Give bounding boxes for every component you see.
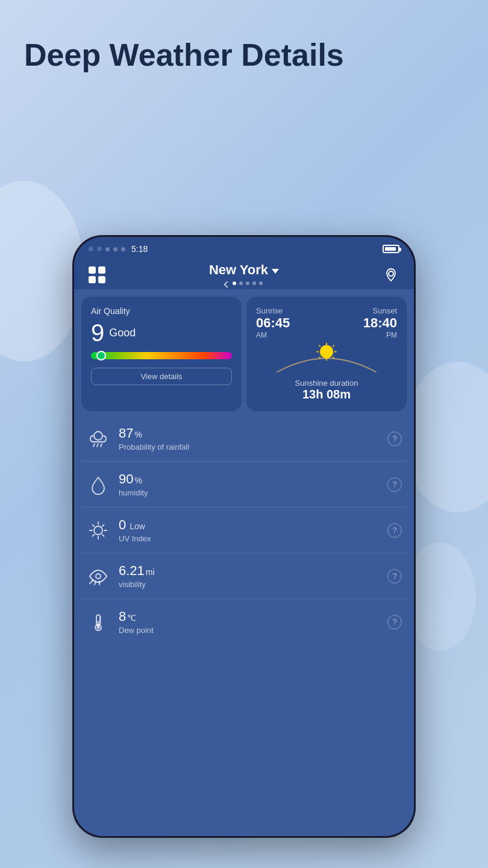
app-header: New York (74, 257, 414, 289)
location-svg-icon (384, 268, 398, 282)
dew-value: 8 (119, 609, 126, 624)
svg-point-1 (320, 345, 333, 359)
svg-point-23 (96, 574, 101, 579)
page-title: Deep Weather Details (24, 36, 344, 74)
status-left: 5:18 (89, 244, 148, 254)
visibility-text: 6.21 mi visibility (119, 563, 387, 589)
rainfall-label: Probability of rainfall (119, 442, 387, 451)
sunrise-ampm: AM (256, 331, 290, 339)
dew-text: 8 ℃ Dew point (119, 609, 387, 635)
page-dot-3 (246, 281, 249, 285)
sun-arc (256, 342, 397, 375)
humidity-row: 90 % humidity ? (81, 462, 407, 508)
visibility-svg (87, 565, 109, 587)
page-dot-4 (252, 281, 256, 285)
dropdown-arrow-icon (272, 269, 279, 274)
rainfall-value-row: 87 % (119, 426, 387, 441)
humidity-icon (86, 473, 110, 497)
phone-frame: 5:18 New York (72, 235, 416, 838)
uv-icon (86, 518, 110, 542)
location-button[interactable] (383, 266, 399, 283)
uv-help-icon[interactable]: ? (387, 523, 402, 538)
grid-cell-3 (89, 276, 96, 283)
page-dot-2 (239, 281, 243, 285)
phone-screen: 5:18 New York (74, 237, 414, 836)
city-selector[interactable]: New York (209, 262, 279, 287)
sunset-time: 18:40 (363, 315, 397, 331)
status-time: 5:18 (131, 244, 148, 254)
sun-card: Sunrise 06:45 AM Sunset 18:40 PM (246, 297, 407, 411)
uv-value-row: 0 Low (119, 517, 387, 533)
svg-line-19 (93, 524, 95, 526)
signal-dot-4 (113, 247, 117, 251)
svg-line-12 (97, 444, 98, 447)
svg-line-22 (102, 524, 104, 526)
signal-dot-5 (121, 247, 125, 251)
rain-icon (86, 427, 110, 451)
content-area: Air Quality 9 Good View details Sunrise (74, 289, 414, 836)
dew-row: 8 ℃ Dew point ? (81, 599, 407, 644)
uv-svg (87, 520, 109, 541)
svg-line-6 (319, 345, 321, 347)
svg-line-11 (93, 444, 95, 447)
battery-fill (385, 247, 396, 251)
rainfall-text: 87 % Probability of rainfall (119, 426, 387, 451)
uv-label: UV Index (119, 534, 387, 543)
air-quality-bar (91, 352, 232, 359)
air-quality-value-row: 9 Good (91, 321, 232, 345)
city-name-text: New York (209, 262, 268, 278)
signal-dot-2 (97, 247, 102, 251)
visibility-value-row: 6.21 mi (119, 563, 387, 579)
city-name-row: New York (209, 262, 279, 278)
humidity-unit: % (134, 476, 142, 485)
dew-svg (87, 611, 109, 633)
svg-point-0 (389, 271, 393, 276)
dew-icon (86, 610, 110, 634)
metrics-list: 87 % Probability of rainfall ? (74, 416, 414, 644)
status-bar: 5:18 (74, 237, 414, 257)
svg-line-9 (333, 345, 334, 347)
page-dot-1 (233, 281, 236, 285)
grid-cell-4 (98, 276, 105, 283)
battery-icon (383, 245, 399, 253)
svg-line-21 (93, 534, 95, 536)
sunset-block: Sunset 18:40 PM (363, 306, 397, 339)
bg-decoration-right (404, 362, 488, 512)
uv-text: 0 Low UV Index (119, 517, 387, 543)
svg-line-13 (101, 444, 102, 447)
bg-decoration-left (0, 181, 84, 362)
rainfall-help-icon[interactable]: ? (387, 432, 402, 446)
sunset-label: Sunset (363, 306, 397, 315)
sunshine-duration-value: 13h 08m (256, 388, 397, 401)
humidity-svg (87, 474, 109, 495)
menu-icon[interactable] (89, 266, 105, 283)
dew-label: Dew point (119, 626, 387, 635)
humidity-help-icon[interactable]: ? (387, 477, 402, 492)
sunrise-time: 06:45 (256, 315, 290, 331)
grid-cell-1 (89, 266, 96, 274)
air-quality-status: Good (109, 327, 136, 339)
air-quality-number: 9 (91, 321, 104, 345)
sunrise-label: Sunrise (256, 306, 290, 315)
sun-arc-svg (256, 342, 397, 375)
uv-row: 0 Low UV Index ? (81, 508, 407, 553)
svg-point-14 (94, 526, 102, 535)
uv-value: 0 (119, 517, 126, 533)
sunshine-duration-label: Sunshine duration (256, 379, 397, 388)
air-quality-label: Air Quality (91, 306, 232, 316)
visibility-value: 6.21 (119, 563, 145, 579)
humidity-value: 90 (119, 471, 133, 487)
air-quality-indicator (96, 351, 106, 360)
visibility-row: 6.21 mi visibility ? (81, 553, 407, 599)
rain-svg (87, 428, 109, 450)
cards-row: Air Quality 9 Good View details Sunrise (74, 289, 414, 416)
view-details-button[interactable]: View details (91, 368, 232, 385)
humidity-text: 90 % humidity (119, 471, 387, 497)
humidity-value-row: 90 % (119, 471, 387, 487)
visibility-label: visibility (119, 580, 387, 589)
dew-help-icon[interactable]: ? (387, 615, 402, 629)
rainfall-value: 87 (119, 426, 133, 441)
svg-line-20 (102, 534, 104, 536)
air-quality-card: Air Quality 9 Good View details (81, 297, 242, 411)
visibility-help-icon[interactable]: ? (387, 569, 402, 583)
